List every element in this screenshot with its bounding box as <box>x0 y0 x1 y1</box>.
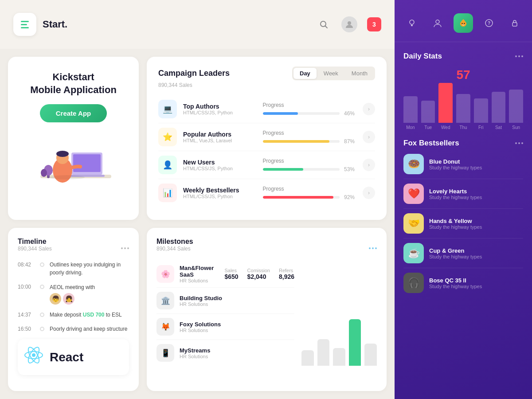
tab-day[interactable]: Day <box>293 68 317 79</box>
chart-bar-thu: Thu <box>456 94 470 130</box>
svg-point-28 <box>463 24 464 25</box>
chart-bar <box>333 348 345 366</box>
tab-week[interactable]: Week <box>317 68 344 79</box>
chart-bar-sun: Sun <box>509 90 523 130</box>
timeline-menu-button[interactable] <box>121 247 129 249</box>
fox-name: Bose QC 35 II <box>429 277 523 284</box>
row-name: New Users <box>183 159 263 166</box>
weekly-bestsellers-icon: 📊 <box>158 184 177 202</box>
user-profile-button[interactable] <box>341 16 357 32</box>
fox-name: Blue Donut <box>429 158 523 165</box>
milestone-sub: HR Solutions <box>180 354 294 359</box>
milestone-item: 🌸 Man&Flower SaaS HR Solutions Sales $65… <box>156 261 294 288</box>
svg-point-9 <box>56 151 69 157</box>
timeline-item: 10:00 AEOL meeting with 👦 👧 <box>18 283 129 305</box>
panel-icon-fox[interactable] <box>454 13 473 33</box>
new-users-arrow[interactable]: › <box>363 159 375 171</box>
header: Start. 3 <box>0 0 395 49</box>
milestones-menu-button[interactable] <box>369 247 377 249</box>
fox-sub: Study the highway types <box>429 195 523 200</box>
chart-highlight-value: 57 <box>403 68 523 82</box>
milestones-title: Milestones <box>156 238 193 246</box>
refers-value: 8,926 <box>279 273 294 280</box>
avatar: 👦 <box>50 293 61 305</box>
chart-bar-highlight <box>349 319 361 366</box>
popular-authors-arrow[interactable]: › <box>363 131 375 143</box>
fox-thumb: 🎧 <box>403 273 424 293</box>
new-users-info: New Users HTML/CSS/JS, Python <box>183 159 263 171</box>
app-title: Start. <box>43 19 67 30</box>
chart-bar <box>317 339 330 366</box>
campaign-row: ⭐ Popular Authors HTML, VueJS, Laravel P… <box>158 123 375 151</box>
svg-point-12 <box>41 169 47 177</box>
milestone-item: 🦊 Foxy Solutions HR Solutions <box>156 314 294 340</box>
milestones-sub: 890,344 Sales <box>156 246 193 252</box>
top-authors-icon: 💻 <box>158 100 177 118</box>
fox-item-hands-yellow: 🤝 Hands & Yellow Study the highway types <box>403 209 523 239</box>
timeline-item: 08:42 Outlines keep you indulging in poo… <box>18 261 129 277</box>
panel-icon-user[interactable] <box>428 13 447 33</box>
header-logo: Start. <box>13 13 67 36</box>
fox-thumb: ❤️ <box>403 184 424 204</box>
timeline-card: Timeline 890,344 Sales 08:42 Outlines ke… <box>8 228 139 391</box>
row-tags: HTML/CSS/JS, Python <box>183 110 263 115</box>
main-area: Start. 3 Kickstart Mobile A <box>0 0 395 399</box>
svg-rect-19 <box>411 25 413 26</box>
campaign-sub: 890,344 Sales <box>158 82 375 88</box>
timeline-sub: 890,344 Sales <box>18 246 52 252</box>
panel-icon-question[interactable]: ? <box>479 13 499 33</box>
bar-chart: Mon Tue Wed Thu Fri <box>403 86 523 130</box>
fox-bestsellers-section: Fox Bestsellers 🍩 Blue Donut Study the h… <box>403 139 523 297</box>
notification-badge[interactable]: 3 <box>367 17 381 31</box>
svg-point-18 <box>410 20 414 24</box>
chart-bar-wed: Wed <box>438 83 453 130</box>
fox-info: Cup & Green Study the highway types <box>429 247 523 259</box>
milestone-sub: HR Solutions <box>180 301 294 307</box>
popular-authors-icon: ⭐ <box>158 128 177 146</box>
fox-item-lovely-hearts: ❤️ Lovely Hearts Study the highway types <box>403 179 523 209</box>
header-actions: 3 <box>316 16 381 32</box>
create-app-button[interactable]: Create App <box>40 104 107 122</box>
fox-bestsellers-title: Fox Bestsellers <box>403 139 523 148</box>
svg-point-14 <box>32 353 35 357</box>
content-grid: Kickstart Mobile Application Create App <box>0 49 395 399</box>
tab-month[interactable]: Month <box>345 68 374 79</box>
milestone-sub: HR Solutions <box>180 278 224 283</box>
milestone-name: Man&Flower SaaS <box>180 265 224 278</box>
campaign-row: 📊 Weekly Bestsellers HTML/CSS/JS, Python… <box>158 179 375 207</box>
avatar: 👧 <box>63 293 74 305</box>
milestone-stats: Sales $650 Comission $2,040 Refers 8,926 <box>224 268 294 280</box>
row-tags: HTML/CSS/JS, Python <box>183 194 263 199</box>
panel-icon-lock[interactable] <box>505 13 524 33</box>
fox-bestsellers-menu[interactable] <box>515 142 523 144</box>
fox-info: Blue Donut Study the highway types <box>429 158 523 170</box>
panel-content: Daily Stats 57 Mon Tue Wed <box>395 42 532 399</box>
search-button[interactable] <box>316 16 332 32</box>
react-logo-icon <box>24 345 43 369</box>
top-authors-arrow[interactable]: › <box>363 103 375 115</box>
new-users-progress: Progress 53% <box>263 158 358 172</box>
popular-authors-progress: Progress 87% <box>263 130 358 145</box>
panel-icon-lightbulb[interactable] <box>402 13 422 33</box>
right-panel: ? Daily Stats 57 Mon <box>395 0 532 399</box>
row-name: Popular Authors <box>183 131 263 138</box>
chart-bar-tue: Tue <box>421 101 435 130</box>
svg-point-13 <box>49 175 85 180</box>
svg-point-26 <box>464 23 465 24</box>
svg-rect-5 <box>73 154 101 172</box>
milestones-card: Milestones 890,344 Sales 🌸 Man&Flower Sa… <box>147 228 387 391</box>
fox-item-cup-green: ☕ Cup & Green Study the highway types <box>403 239 523 268</box>
popular-authors-info: Popular Authors HTML, VueJS, Laravel <box>183 131 263 143</box>
top-authors-progress: Progress 46% <box>263 102 358 117</box>
sales-value: $650 <box>224 273 238 280</box>
campaign-title: Campaign Leaders <box>158 69 230 78</box>
campaign-row: 💻 Top Authors HTML/CSS/JS, Python Progre… <box>158 95 375 123</box>
fox-name: Hands & Yellow <box>429 218 523 224</box>
campaign-card: Campaign Leaders Day Week Month 890,344 … <box>147 57 387 220</box>
weekly-bestsellers-arrow[interactable]: › <box>363 187 375 199</box>
fox-sub: Study the highway types <box>429 224 523 230</box>
fox-item-blue-donut: 🍩 Blue Donut Study the highway types <box>403 149 523 179</box>
milestone-icon: 📱 <box>156 344 174 362</box>
daily-stats-menu[interactable] <box>515 55 523 57</box>
fox-info: Lovely Hearts Study the highway types <box>429 188 523 200</box>
